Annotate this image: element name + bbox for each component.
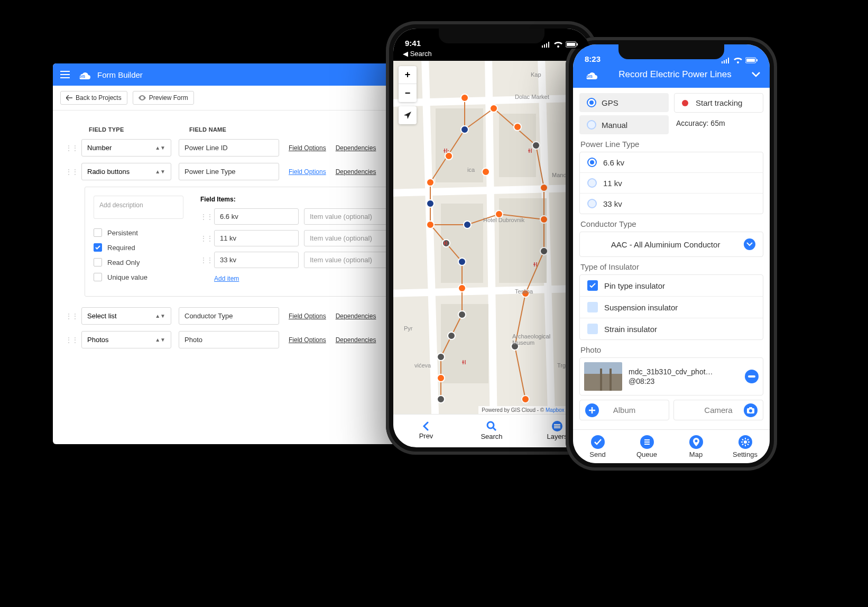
radio-off-icon (587, 120, 596, 130)
map-label: Kap (531, 71, 541, 78)
menu-icon[interactable] (60, 71, 70, 78)
item-label-input[interactable]: 6.6 kv (214, 208, 299, 225)
add-item-link[interactable]: Add item (214, 275, 239, 282)
camera-button[interactable]: Camera (673, 400, 763, 420)
phone-notch (439, 29, 544, 43)
svg-rect-38 (746, 59, 755, 62)
header-title: Form Builder (97, 70, 143, 79)
svg-point-20 (427, 179, 434, 186)
photo-thumbnail[interactable] (584, 362, 622, 391)
start-tracking-button[interactable]: Start tracking (674, 93, 763, 113)
insulator-option[interactable]: Strain insulator (580, 318, 763, 339)
svg-point-34 (445, 152, 453, 160)
back-to-projects-button[interactable]: Back to Projects (60, 91, 127, 105)
checkbox-on-icon (587, 280, 598, 291)
map-canvas[interactable]: + − (393, 61, 590, 414)
drag-handle-icon[interactable]: ⋮⋮ (66, 144, 76, 152)
remove-photo-button[interactable] (745, 370, 759, 383)
drag-handle-icon[interactable]: ⋮⋮ (200, 213, 209, 220)
field-options-link[interactable]: Field Options (289, 144, 326, 152)
drag-handle-icon[interactable]: ⋮⋮ (66, 336, 76, 344)
dependencies-link[interactable]: Dependencies (336, 336, 376, 344)
svg-point-21 (427, 200, 434, 207)
field-type-select[interactable]: Number ▲▼ (81, 139, 171, 157)
unique-checkbox[interactable]: Unique value (94, 273, 183, 281)
dependencies-link[interactable]: Dependencies (336, 168, 376, 176)
svg-point-24 (458, 258, 466, 265)
chevron-down-icon[interactable] (752, 72, 760, 77)
search-tab[interactable]: Search (459, 415, 524, 447)
drag-handle-icon[interactable]: ⋮⋮ (66, 312, 76, 320)
svg-point-9 (461, 94, 468, 102)
field-name-input[interactable]: Photo (179, 331, 279, 348)
settings-tab[interactable]: Settings (721, 430, 770, 463)
radio-on-icon (587, 158, 597, 167)
arrow-left-icon (66, 95, 72, 100)
item-value-input[interactable]: Item value (optional) (304, 208, 399, 225)
svg-point-22 (427, 221, 434, 228)
preview-form-button[interactable]: Preview Form (133, 91, 194, 105)
queue-tab[interactable]: Queue (622, 430, 671, 463)
svg-rect-4 (436, 108, 483, 182)
svg-point-27 (448, 332, 455, 339)
svg-text:GIS: GIS (79, 75, 85, 78)
form-title: Record Electric Power Lines (618, 69, 732, 80)
field-name-input[interactable]: Power Line ID (179, 139, 279, 157)
field-type-select[interactable]: Select list ▲▼ (81, 307, 171, 325)
manual-option[interactable]: Manual (579, 115, 669, 134)
svg-rect-3 (577, 43, 578, 45)
drag-handle-icon[interactable]: ⋮⋮ (66, 168, 76, 176)
field-type-select[interactable]: Radio buttons ▲▼ (81, 163, 171, 180)
item-value-input[interactable]: Item value (optional) (304, 230, 399, 246)
back-search-link[interactable]: ◀ Search (393, 49, 590, 61)
dependencies-link[interactable]: Dependencies (336, 144, 376, 152)
svg-point-19 (522, 396, 529, 403)
drag-handle-icon[interactable]: ⋮⋮ (200, 235, 209, 242)
dependencies-link[interactable]: Dependencies (336, 312, 376, 320)
plt-option[interactable]: 11 kv (580, 173, 763, 194)
svg-point-13 (532, 142, 540, 149)
item-value-input[interactable]: Item value (optional) (304, 252, 399, 268)
conductor-type-select[interactable]: AAC - All Aluminium Conductor (579, 232, 763, 257)
field-options-link[interactable]: Field Options (289, 336, 326, 344)
field-options-link[interactable]: Field Options (289, 168, 326, 176)
field-type-select[interactable]: Photos ▲▼ (81, 331, 171, 348)
photo-attachment: mdc_31b310_cdv_phot… @08:23 (579, 357, 763, 396)
zoom-in-button[interactable]: + (399, 66, 417, 84)
field-options-link[interactable]: Field Options (289, 312, 326, 320)
svg-point-16 (540, 247, 548, 255)
gis-cloud-logo-icon: GIS (76, 69, 91, 80)
insulator-option[interactable]: Suspension insulator (580, 297, 763, 318)
svg-rect-51 (742, 438, 744, 440)
radio-off-icon (587, 178, 597, 188)
field-name-input[interactable]: Conductor Type (179, 307, 279, 325)
accuracy-text: Accuracy: 65m (674, 116, 763, 127)
plt-option[interactable]: 33 kv (580, 194, 763, 214)
album-button[interactable]: Album (579, 400, 669, 420)
svg-rect-41 (748, 375, 755, 378)
wifi-icon (554, 41, 562, 48)
gis-cloud-logo-icon: GIS (583, 69, 598, 80)
readonly-checkbox[interactable]: Read Only (94, 258, 183, 266)
drag-handle-icon[interactable]: ⋮⋮ (200, 256, 209, 264)
gps-option[interactable]: GPS (579, 93, 669, 112)
mapbox-link[interactable]: Mapbox (546, 407, 565, 413)
item-label-input[interactable]: 33 kv (214, 252, 299, 268)
insulator-option[interactable]: Pin type insulator (580, 275, 763, 297)
map-tab[interactable]: Map (671, 430, 721, 463)
map-label: Hotel Dubrovnik (483, 217, 524, 223)
description-textarea[interactable]: Add description (94, 196, 183, 219)
locate-button[interactable] (399, 106, 417, 124)
svg-point-12 (514, 123, 521, 131)
map-svg (393, 61, 590, 414)
field-name-input[interactable]: Power Line Type (179, 163, 279, 180)
item-label-input[interactable]: 11 kv (214, 230, 299, 246)
send-tab[interactable]: Send (573, 430, 622, 463)
plt-option[interactable]: 6.6 kv (580, 152, 763, 173)
persistent-checkbox[interactable]: Persistent (94, 228, 183, 237)
required-checkbox[interactable]: Required (94, 243, 183, 252)
zoom-out-button[interactable]: − (399, 84, 417, 102)
map-label: Teslina (515, 288, 533, 295)
plus-icon (585, 403, 599, 417)
prev-tab[interactable]: Prev (393, 415, 459, 447)
